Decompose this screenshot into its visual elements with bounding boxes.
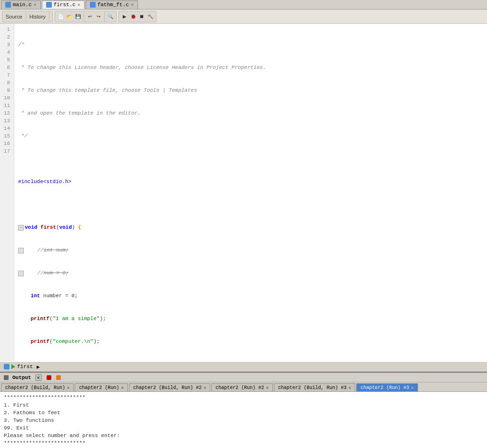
line-num-2: 2 <box>2 33 12 41</box>
redo-btn[interactable]: ↪ <box>95 13 102 20</box>
toolbar-divider-1 <box>26 12 26 21</box>
code-area[interactable]: /* * To change this License header, choo… <box>14 24 487 361</box>
toolbar-actions-group: 📄 📂 💾 ↩ ↪ 🔍 <box>55 11 117 22</box>
debug-btn[interactable]: 🐞 <box>129 13 137 20</box>
output-line-4: 3. Two functions <box>4 417 483 424</box>
run-group: ▶ 🐞 ⏹ 🔨 <box>118 11 156 22</box>
output-red-icon <box>47 375 51 380</box>
tab-bar: main.c ✕ first.c ✕ fathm_ft.c ✕ <box>0 0 487 10</box>
fold-marker-9[interactable]: - <box>18 225 24 231</box>
source-button[interactable]: Source <box>4 12 24 21</box>
stop-btn[interactable]: ⏹ <box>138 13 146 20</box>
fold-marker-10[interactable] <box>18 248 24 253</box>
output-close-button[interactable]: ✕ <box>35 374 42 381</box>
line-num-3: 3 <box>2 41 12 49</box>
build-btn[interactable]: 🔨 <box>146 13 154 20</box>
output-line-5: 99. Exit <box>4 424 483 432</box>
output-label-icon <box>4 375 9 380</box>
toolbar-divider-3 <box>84 12 84 21</box>
line-numbers: 1 2 3 4 5 6 7 8 9 10 11 12 13 14 15 16 1… <box>0 24 14 361</box>
tab-label: main.c <box>13 2 32 8</box>
line-num-15: 15 <box>2 132 12 140</box>
status-project-icon <box>4 364 10 370</box>
output-orange-icon <box>56 375 61 380</box>
status-project-name: first <box>17 364 33 370</box>
output-tab-label-5: chapter2 (Build, Run) #3 <box>278 385 347 390</box>
tab-label-2: first.c <box>54 2 76 8</box>
output-tab-close-5[interactable]: ✕ <box>349 385 351 390</box>
output-tab-close-2[interactable]: ✕ <box>121 385 123 390</box>
code-line-6 <box>18 155 483 163</box>
tab-first-c[interactable]: first.c ✕ <box>42 0 85 9</box>
line-num-16: 16 <box>2 140 12 147</box>
output-tab-close-4[interactable]: ✕ <box>266 385 268 390</box>
code-line-12: int number = 0; <box>18 292 483 300</box>
line-num-4: 4 <box>2 49 12 56</box>
main-area: 1 2 3 4 5 6 7 8 9 10 11 12 13 14 15 16 1… <box>0 24 487 361</box>
line-num-11: 11 <box>2 102 12 109</box>
line-num-6: 6 <box>2 64 12 71</box>
tab-label-3: fathm_ft.c <box>97 2 129 8</box>
code-line-14: printf("computer.\n"); <box>18 338 483 345</box>
line-num-9: 9 <box>2 87 12 94</box>
output-tab-close-1[interactable]: ✕ <box>67 385 69 390</box>
output-tab-label-4: chapter2 (Run) #2 <box>215 385 264 390</box>
line-num-12: 12 <box>2 109 12 117</box>
bottom-panel: Output ✕ chapter2 (Build, Run) ✕ chapter… <box>0 372 487 448</box>
history-button[interactable]: History <box>28 12 47 21</box>
c-file-icon <box>5 2 11 8</box>
output-line-3: 2. Fathoms to feet <box>4 409 483 417</box>
output-tab-chapter2-run-2[interactable]: chapter2 (Run) #2 ✕ <box>211 383 273 391</box>
new-file-btn[interactable]: 📄 <box>57 13 65 20</box>
save-btn[interactable]: 💾 <box>74 13 82 20</box>
output-tab-chapter2-build-run-3[interactable]: chapter2 (Build, Run) #3 ✕ <box>274 383 355 391</box>
output-content[interactable]: ************************** 1. First 2. F… <box>0 392 487 448</box>
tab-main-c[interactable]: main.c ✕ <box>1 0 41 9</box>
code-line-11: //num = 0; <box>18 269 483 277</box>
toolbar-divider-4 <box>104 12 105 21</box>
tab-close-btn[interactable]: ✕ <box>34 2 37 8</box>
output-tab-bar: chapter2 (Build, Run) ✕ chapter2 (Run) ✕… <box>0 382 487 392</box>
output-tab-label-6: chapter2 (Run) #3 <box>360 385 409 390</box>
status-play-icon <box>11 364 15 369</box>
run-btn[interactable]: ▶ <box>121 13 128 20</box>
output-tab-chapter2-run[interactable]: chapter2 (Run) ✕ <box>75 383 127 391</box>
tab-close-btn-3[interactable]: ✕ <box>131 2 134 8</box>
code-line-2: * To change this License header, choose … <box>18 64 483 71</box>
status-arrow: ▶ <box>37 364 40 370</box>
code-line-4: * and open the template in the editor. <box>18 109 483 117</box>
code-line-8 <box>18 201 483 208</box>
output-tab-label-2: chapter2 (Run) <box>79 385 119 390</box>
search-btn[interactable]: 🔍 <box>107 13 114 20</box>
line-num-10: 10 <box>2 94 12 102</box>
output-tab-chapter2-build-run[interactable]: chapter2 (Build, Run) ✕ <box>1 383 74 391</box>
fold-marker-11[interactable] <box>18 271 24 276</box>
line-num-1: 1 <box>2 26 12 33</box>
output-tab-close-6[interactable]: ✕ <box>411 385 413 390</box>
line-num-8: 8 <box>2 79 12 87</box>
output-tab-chapter2-build-run-2[interactable]: chapter2 (Build, Run) #2 ✕ <box>129 383 210 391</box>
line-num-7: 7 <box>2 71 12 79</box>
output-label-bar: Output ✕ <box>0 373 487 382</box>
code-line-7: #include<stdio.h> <box>18 178 483 185</box>
output-tab-close-3[interactable]: ✕ <box>204 385 206 390</box>
status-item: first ▶ <box>4 364 40 370</box>
toolbar-divider-2 <box>49 12 49 21</box>
output-tab-label-1: chapter2 (Build, Run) <box>5 385 65 390</box>
tab-fathm-c[interactable]: fathm_ft.c ✕ <box>86 0 138 9</box>
output-tab-label-3: chapter2 (Build, Run) #2 <box>133 385 202 390</box>
undo-btn[interactable]: ↩ <box>86 13 94 20</box>
code-line-5: */ <box>18 132 483 140</box>
code-line-13: printf("I am a simple"); <box>18 315 483 322</box>
tab-close-btn-2[interactable]: ✕ <box>78 2 80 8</box>
code-line-1: /* <box>18 41 483 49</box>
editor-container: 1 2 3 4 5 6 7 8 9 10 11 12 13 14 15 16 1… <box>0 24 487 361</box>
output-tab-chapter2-run-3[interactable]: chapter2 (Run) #3 ✕ <box>356 383 418 391</box>
editor-content: 1 2 3 4 5 6 7 8 9 10 11 12 13 14 15 16 1… <box>0 24 487 361</box>
code-line-9: -void first(void) { <box>18 224 483 231</box>
status-bar: first ▶ <box>0 361 487 372</box>
c-file-icon-2 <box>46 2 52 8</box>
open-btn[interactable]: 📂 <box>66 13 73 20</box>
output-line-1: ************************** <box>4 394 483 401</box>
output-line-6: Please select number and press enter: <box>4 432 483 439</box>
